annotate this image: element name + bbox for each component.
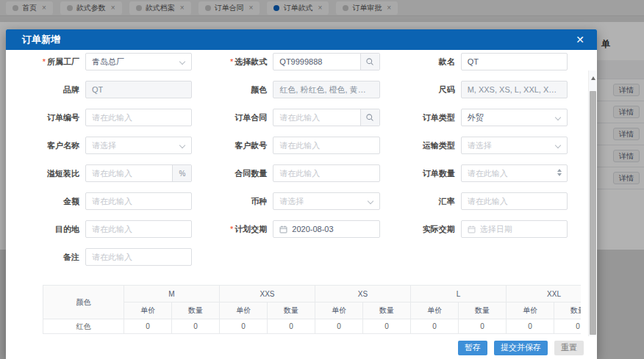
value-cell: 0 bbox=[554, 319, 581, 334]
value-cell: 0 bbox=[507, 319, 554, 334]
order-type-select[interactable]: 外贸 bbox=[461, 109, 568, 126]
field-customer-name: 客户名称 请选择 bbox=[22, 137, 192, 154]
value-cell: 0 bbox=[268, 319, 315, 334]
sub-header: 数量 bbox=[554, 302, 581, 319]
brand-input: QT bbox=[85, 81, 192, 98]
field-size: 尺码 M, XXS, XS, L, XXL, XL, S bbox=[398, 81, 568, 98]
actual-delivery-label: 实际交期 bbox=[398, 224, 455, 235]
style-search-button[interactable] bbox=[360, 54, 379, 70]
order-type-value: 外贸 bbox=[468, 112, 484, 123]
field-contract-qty: 合同数量 bbox=[210, 164, 379, 182]
required-asterisk: * bbox=[43, 57, 46, 66]
field-style: *选择款式 bbox=[210, 53, 379, 70]
factory-value: 青岛总厂 bbox=[92, 57, 124, 68]
search-icon bbox=[365, 113, 374, 122]
number-stepper-icon[interactable] bbox=[557, 169, 562, 176]
sub-header: 单价 bbox=[315, 302, 363, 319]
currency-select[interactable]: 请选择 bbox=[273, 192, 379, 210]
overflow-ratio-label: 溢短装比 bbox=[22, 168, 79, 179]
sub-header: 数量 bbox=[363, 302, 411, 319]
value-cell: 0 bbox=[459, 319, 507, 334]
screen: 首页×款式参数×款式档案×订单合同×订单款式×订单审批× 单 详情详情详情详情详… bbox=[0, 0, 644, 359]
modal-header: 订单新增 ✕ bbox=[6, 29, 597, 50]
order-form: *所属工厂 青岛总厂 *选择款式 款名 bbox=[6, 50, 597, 266]
order-qty-label: 订单数量 bbox=[398, 168, 455, 179]
remark-label: 备注 bbox=[22, 252, 79, 263]
brand-label: 品牌 bbox=[22, 84, 79, 95]
order-type-label: 订单类型 bbox=[398, 112, 455, 123]
customer-style-no-label: 客户款号 bbox=[210, 140, 267, 151]
calendar-icon bbox=[279, 225, 287, 233]
sub-header: 单价 bbox=[124, 302, 172, 319]
sub-header: 单价 bbox=[220, 302, 268, 319]
sub-header: 数量 bbox=[172, 302, 220, 319]
size-input: M, XXS, XS, L, XXL, XL, S bbox=[461, 81, 568, 98]
field-remark: 备注 bbox=[22, 248, 192, 266]
field-brand: 品牌 QT bbox=[22, 81, 192, 98]
size-group-header: XS bbox=[315, 286, 411, 302]
remark-input[interactable] bbox=[85, 248, 192, 266]
size-price-table: 颜色MXXSXSLXXLXLS单价数量单价数量单价数量单价数量单价数量单价数量单… bbox=[43, 285, 581, 334]
transport-type-label: 运输类型 bbox=[398, 140, 455, 151]
modal-scrollbar[interactable] bbox=[588, 70, 596, 336]
order-contract-label: 订单合同 bbox=[210, 112, 267, 123]
field-exchange-rate: 汇率 bbox=[398, 192, 568, 210]
chevron-down-icon bbox=[555, 115, 561, 120]
field-order-type: 订单类型 外贸 bbox=[398, 109, 568, 126]
color-column-header: 颜色 bbox=[43, 286, 124, 319]
field-factory: *所属工厂 青岛总厂 bbox=[22, 53, 192, 70]
field-overflow-ratio: 溢短装比 % bbox=[22, 164, 192, 182]
planned-delivery-datepicker[interactable]: 2020-08-03 bbox=[273, 220, 379, 238]
submit-save-button[interactable]: 提交并保存 bbox=[494, 341, 548, 355]
required-asterisk: * bbox=[230, 225, 233, 233]
style-search-input[interactable] bbox=[273, 54, 359, 70]
overflow-ratio-input[interactable] bbox=[86, 165, 172, 181]
order-contract-input[interactable] bbox=[273, 109, 359, 126]
transport-type-select[interactable]: 请选择 bbox=[461, 137, 568, 154]
contract-search-button[interactable] bbox=[360, 109, 379, 126]
chevron-down-icon bbox=[179, 59, 185, 65]
actual-delivery-datepicker[interactable]: 选择日期 bbox=[461, 220, 568, 238]
order-qty-input[interactable] bbox=[462, 165, 567, 181]
required-asterisk: * bbox=[230, 57, 233, 66]
order-no-input[interactable] bbox=[85, 109, 192, 126]
size-group-header: L bbox=[411, 286, 507, 302]
percent-suffix: % bbox=[172, 165, 191, 181]
chevron-down-icon bbox=[367, 198, 373, 204]
scroll-up-arrow-icon[interactable] bbox=[589, 73, 597, 82]
value-cell: 0 bbox=[363, 319, 411, 334]
amount-input[interactable] bbox=[85, 192, 192, 210]
row-color-cell: 红色 bbox=[43, 319, 124, 334]
style-name-input[interactable] bbox=[461, 53, 568, 70]
field-style-name: 款名 bbox=[398, 53, 568, 70]
field-transport-type: 运输类型 请选择 bbox=[398, 137, 568, 154]
factory-select[interactable]: 青岛总厂 bbox=[85, 53, 192, 70]
modal-body: *所属工厂 青岛总厂 *选择款式 款名 bbox=[6, 50, 597, 336]
destination-label: 目的地 bbox=[22, 224, 79, 235]
color-label: 颜色 bbox=[210, 84, 267, 95]
customer-style-no-input[interactable] bbox=[273, 137, 379, 154]
exchange-rate-label: 汇率 bbox=[398, 196, 455, 207]
save-draft-button[interactable]: 暂存 bbox=[458, 341, 487, 355]
exchange-rate-input[interactable] bbox=[461, 192, 568, 210]
chevron-down-icon bbox=[179, 142, 185, 148]
scrollbar-thumb[interactable] bbox=[590, 91, 596, 335]
sub-header: 数量 bbox=[459, 302, 507, 319]
reset-button[interactable]: 重置 bbox=[554, 341, 584, 355]
contract-qty-input[interactable] bbox=[273, 164, 379, 182]
value-cell: 0 bbox=[411, 319, 459, 334]
order-no-label: 订单编号 bbox=[22, 112, 79, 123]
destination-input[interactable] bbox=[85, 220, 192, 238]
field-planned-delivery: *计划交期 2020-08-03 bbox=[210, 220, 379, 238]
field-color: 颜色 红色, 粉红色, 橙色, 黄色, 绿色 bbox=[210, 81, 379, 98]
factory-label: 所属工厂 bbox=[47, 57, 79, 66]
close-icon[interactable]: ✕ bbox=[576, 35, 584, 45]
modal-title: 订单新增 bbox=[22, 33, 576, 46]
customer-name-select[interactable]: 请选择 bbox=[85, 137, 192, 154]
field-amount: 金额 bbox=[22, 192, 192, 210]
size-group-header: XXS bbox=[220, 286, 315, 302]
color-input: 红色, 粉红色, 橙色, 黄色, 绿色 bbox=[273, 81, 379, 98]
order-create-modal: 订单新增 ✕ *所属工厂 青岛总厂 *选择款式 bbox=[6, 29, 597, 359]
value-cell: 0 bbox=[172, 319, 220, 334]
customer-name-label: 客户名称 bbox=[22, 140, 79, 151]
